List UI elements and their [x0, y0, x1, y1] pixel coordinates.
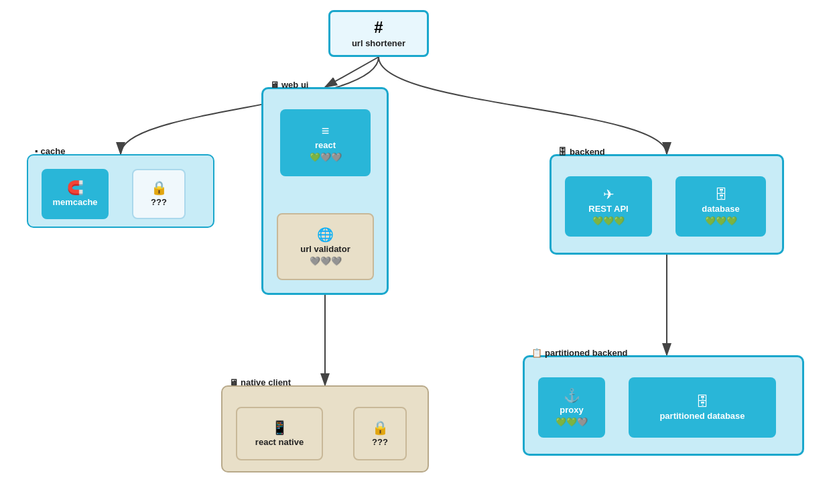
- react-node[interactable]: ≡ react 💚🩶🩶: [280, 109, 371, 176]
- lock-icon: 🔒: [151, 181, 168, 194]
- phone-icon: 📱: [271, 421, 288, 434]
- partdb-icon: 🗄: [696, 395, 709, 408]
- db-icon: 🗄: [714, 188, 728, 201]
- svg-line-1: [325, 57, 379, 87]
- rest-api-node[interactable]: ✈ REST API 💚💚💚: [565, 176, 652, 237]
- cache-lock-label: ???: [151, 197, 167, 207]
- native-client-container: 🖥 native client 📱 react native 🔒 ???: [221, 385, 429, 472]
- cache-container-title: ▪️ cache: [35, 146, 65, 156]
- url-shortener-label: url shortener: [352, 38, 405, 48]
- globe-icon: 🌐: [317, 228, 334, 241]
- url-validator-hearts: 🩶🩶🩶: [310, 256, 342, 266]
- native-client-title: 🖥 native client: [229, 377, 291, 387]
- react-native-label: react native: [255, 437, 304, 447]
- monitor2-icon: 🖥: [229, 377, 238, 387]
- native-lock-label: ???: [372, 437, 388, 447]
- memcache-label: memcache: [52, 197, 97, 207]
- hash-icon: #: [374, 19, 383, 36]
- partitioned-backend-title: 📋 partitioned backend: [531, 348, 628, 358]
- proxy-node[interactable]: ⚓ proxy 💚💚🩶: [538, 377, 605, 438]
- backend-container: 🗄 backend ✈ REST API 💚💚💚 🗄 database 💚💚💚: [550, 154, 784, 255]
- proxy-label: proxy: [560, 405, 583, 415]
- database-hearts: 💚💚💚: [705, 216, 737, 226]
- copy-icon: 📋: [531, 348, 542, 358]
- webui-container-title: 🖥 web ui: [270, 80, 308, 90]
- partitioned-db-label: partitioned database: [659, 411, 745, 421]
- partitioned-backend-container: 📋 partitioned backend ⚓ proxy 💚💚🩶 🗄 part…: [523, 355, 804, 456]
- list-icon: ≡: [322, 124, 330, 137]
- native-lock-icon: 🔒: [372, 421, 389, 434]
- webui-container: 🖥 web ui ≡ react 💚🩶🩶 🌐 url validator 🩶🩶🩶: [261, 87, 389, 295]
- cache-icon: ▪️: [35, 146, 38, 156]
- rest-api-hearts: 💚💚💚: [592, 216, 625, 226]
- react-native-node[interactable]: 📱 react native: [236, 407, 323, 460]
- database-node[interactable]: 🗄 database 💚💚💚: [675, 176, 766, 237]
- database-label: database: [702, 204, 739, 214]
- memcache-node[interactable]: 🧲 memcache: [42, 169, 109, 219]
- anchor-icon: ⚓: [564, 389, 580, 402]
- rest-api-label: REST API: [588, 204, 628, 214]
- react-label: react: [315, 140, 336, 150]
- url-validator-label: url validator: [300, 244, 350, 254]
- proxy-hearts: 💚💚🩶: [556, 417, 588, 427]
- magnet-icon: 🧲: [67, 181, 84, 194]
- server-icon: 🗄: [558, 147, 567, 157]
- partitioned-db-node[interactable]: 🗄 partitioned database: [629, 377, 776, 438]
- react-hearts: 💚🩶🩶: [310, 152, 342, 162]
- url-validator-node[interactable]: 🌐 url validator 🩶🩶🩶: [277, 213, 374, 280]
- plane-icon: ✈: [603, 188, 615, 201]
- cache-lock-node[interactable]: 🔒 ???: [132, 169, 186, 219]
- native-lock-node[interactable]: 🔒 ???: [353, 407, 407, 460]
- diagram-container: # url shortener ▪️ cache 🧲 memcache 🔒 ??…: [0, 0, 839, 504]
- cache-container: ▪️ cache 🧲 memcache 🔒 ???: [27, 154, 214, 228]
- url-shortener-node[interactable]: # url shortener: [328, 10, 429, 57]
- monitor-icon: 🖥: [270, 80, 279, 90]
- backend-container-title: 🗄 backend: [558, 147, 605, 157]
